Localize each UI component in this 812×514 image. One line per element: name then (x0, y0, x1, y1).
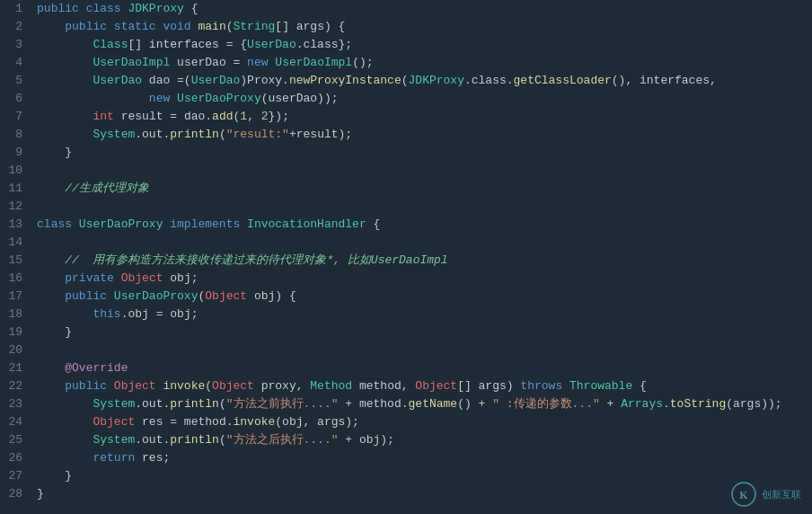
code-content (33, 162, 812, 180)
table-row: 12 (0, 198, 812, 216)
line-number: 23 (0, 395, 33, 413)
line-number: 2 (0, 18, 33, 36)
line-number: 25 (0, 431, 33, 449)
table-row: 21 @Override (0, 359, 812, 377)
line-number: 7 (0, 108, 33, 126)
code-content: public UserDaoProxy(Object obj) { (33, 288, 812, 306)
table-row: 27 } (0, 467, 812, 485)
table-row: 16 private Object obj; (0, 270, 812, 288)
line-number: 5 (0, 72, 33, 90)
code-content: } (33, 485, 812, 503)
table-row: 13class UserDaoProxy implements Invocati… (0, 216, 812, 234)
table-row: 1public class JDKProxy { (0, 0, 812, 18)
code-content: int result = dao.add(1, 2}); (33, 108, 812, 126)
line-number: 10 (0, 162, 33, 180)
watermark: K 创新互联 (731, 482, 801, 507)
line-number: 27 (0, 467, 33, 485)
table-row: 8 System.out.println("result:"+result); (0, 126, 812, 144)
line-number: 20 (0, 341, 33, 359)
code-content (33, 341, 812, 359)
line-number: 18 (0, 306, 33, 323)
code-content: return res; (33, 449, 812, 467)
line-number: 11 (0, 180, 33, 198)
line-number: 21 (0, 359, 33, 377)
table-row: 10 (0, 162, 812, 180)
code-content: UserDaoImpl userDao = new UserDaoImpl(); (33, 54, 812, 72)
code-content: public static void main(String[] args) { (33, 18, 812, 36)
line-number: 15 (0, 252, 33, 270)
line-number: 14 (0, 234, 33, 252)
line-number: 6 (0, 90, 33, 108)
line-number: 9 (0, 144, 33, 162)
watermark-logo-icon: K (731, 482, 756, 507)
table-row: 28} (0, 485, 812, 503)
table-row: 2 public static void main(String[] args)… (0, 18, 812, 36)
code-table: 1public class JDKProxy {2 public static … (0, 0, 812, 503)
line-number: 28 (0, 485, 33, 503)
table-row: 20 (0, 341, 812, 359)
code-content: Object res = method.invoke(obj, args); (33, 413, 812, 431)
table-row: 25 System.out.println("方法之后执行...." + obj… (0, 431, 812, 449)
code-content (33, 198, 812, 216)
code-content: } (33, 144, 812, 162)
code-content: private Object obj; (33, 270, 812, 288)
table-row: 22 public Object invoke(Object proxy, Me… (0, 377, 812, 395)
line-number: 16 (0, 270, 33, 288)
code-content: class UserDaoProxy implements Invocation… (33, 216, 812, 234)
line-number: 19 (0, 323, 33, 341)
line-number: 4 (0, 54, 33, 72)
code-content: UserDao dao =(UserDao)Proxy.newProxyInst… (33, 72, 812, 90)
table-row: 6 new UserDaoProxy(userDao)); (0, 90, 812, 108)
line-number: 8 (0, 126, 33, 144)
line-number: 24 (0, 413, 33, 431)
table-row: 24 Object res = method.invoke(obj, args)… (0, 413, 812, 431)
code-content: Class[] interfaces = {UserDao.class}; (33, 36, 812, 54)
code-content: System.out.println("方法之前执行...." + method… (33, 395, 812, 413)
line-number: 3 (0, 36, 33, 54)
table-row: 15 // 用有参构造方法来接收传递过来的待代理对象*, 比如UserDaoIm… (0, 252, 812, 270)
code-content: //生成代理对象 (33, 180, 812, 198)
table-row: 26 return res; (0, 449, 812, 467)
line-number: 1 (0, 0, 33, 18)
code-content: System.out.println("result:"+result); (33, 126, 812, 144)
code-content: System.out.println("方法之后执行...." + obj); (33, 431, 812, 449)
table-row: 4 UserDaoImpl userDao = new UserDaoImpl(… (0, 54, 812, 72)
table-row: 14 (0, 234, 812, 252)
table-row: 3 Class[] interfaces = {UserDao.class}; (0, 36, 812, 54)
table-row: 19 } (0, 323, 812, 341)
code-content: @Override (33, 359, 812, 377)
code-content (33, 234, 812, 252)
svg-text:K: K (739, 489, 748, 501)
table-row: 7 int result = dao.add(1, 2}); (0, 108, 812, 126)
table-row: 11 //生成代理对象 (0, 180, 812, 198)
code-editor: 1public class JDKProxy {2 public static … (0, 0, 812, 514)
watermark-text: 创新互联 (762, 488, 801, 501)
code-content: // 用有参构造方法来接收传递过来的待代理对象*, 比如UserDaoImpl (33, 252, 812, 270)
line-number: 26 (0, 449, 33, 467)
code-content: this.obj = obj; (33, 306, 812, 323)
line-number: 12 (0, 198, 33, 216)
line-number: 17 (0, 288, 33, 306)
table-row: 23 System.out.println("方法之前执行...." + met… (0, 395, 812, 413)
line-number: 13 (0, 216, 33, 234)
table-row: 9 } (0, 144, 812, 162)
line-number: 22 (0, 377, 33, 395)
code-content: new UserDaoProxy(userDao)); (33, 90, 812, 108)
code-content: public Object invoke(Object proxy, Metho… (33, 377, 812, 395)
code-content: } (33, 323, 812, 341)
code-content: public class JDKProxy { (33, 0, 812, 18)
code-content: } (33, 467, 812, 485)
table-row: 5 UserDao dao =(UserDao)Proxy.newProxyIn… (0, 72, 812, 90)
table-row: 17 public UserDaoProxy(Object obj) { (0, 288, 812, 306)
table-row: 18 this.obj = obj; (0, 306, 812, 323)
